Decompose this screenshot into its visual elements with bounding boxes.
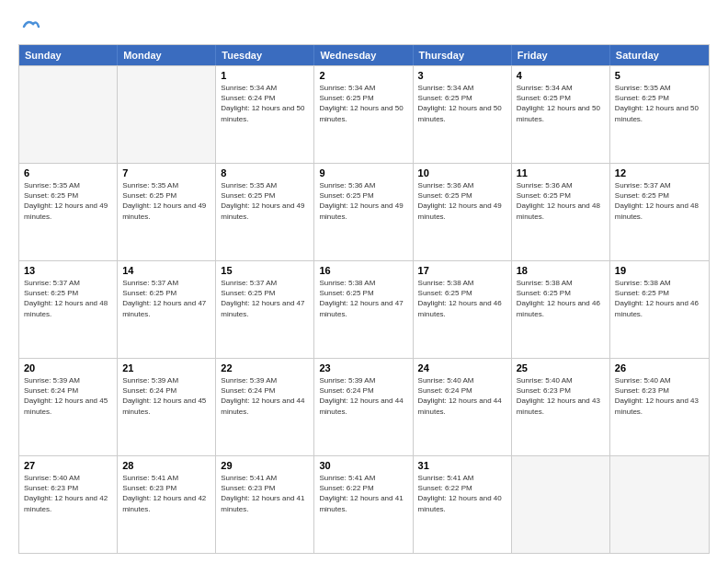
day-info: Sunrise: 5:39 AMSunset: 6:24 PMDaylight:… bbox=[122, 375, 210, 417]
day-info: Sunrise: 5:36 AMSunset: 6:25 PMDaylight:… bbox=[319, 180, 407, 222]
day-header-wednesday: Wednesday bbox=[314, 45, 413, 65]
calendar-cell: 19Sunrise: 5:38 AMSunset: 6:25 PMDayligh… bbox=[610, 261, 709, 358]
day-info: Sunrise: 5:41 AMSunset: 6:23 PMDaylight:… bbox=[122, 473, 210, 514]
calendar-cell bbox=[610, 456, 709, 553]
day-number: 9 bbox=[319, 167, 407, 178]
logo-icon bbox=[20, 17, 40, 37]
day-number: 16 bbox=[319, 265, 407, 276]
calendar-cell: 28Sunrise: 5:41 AMSunset: 6:23 PMDayligh… bbox=[118, 456, 216, 553]
calendar-week-4: 20Sunrise: 5:39 AMSunset: 6:24 PMDayligh… bbox=[19, 358, 709, 455]
calendar-cell: 2Sunrise: 5:34 AMSunset: 6:25 PMDaylight… bbox=[314, 66, 413, 163]
day-number: 25 bbox=[517, 362, 605, 373]
day-number: 28 bbox=[122, 460, 210, 471]
calendar-cell: 18Sunrise: 5:38 AMSunset: 6:25 PMDayligh… bbox=[512, 261, 610, 358]
day-header-saturday: Saturday bbox=[610, 45, 709, 65]
day-info: Sunrise: 5:39 AMSunset: 6:24 PMDaylight:… bbox=[24, 375, 112, 417]
calendar-body: 1Sunrise: 5:34 AMSunset: 6:24 PMDaylight… bbox=[19, 65, 709, 553]
calendar-week-3: 13Sunrise: 5:37 AMSunset: 6:25 PMDayligh… bbox=[19, 260, 709, 358]
day-number: 30 bbox=[319, 460, 407, 471]
calendar-cell bbox=[118, 66, 216, 163]
day-info: Sunrise: 5:38 AMSunset: 6:25 PMDaylight:… bbox=[418, 278, 506, 319]
calendar-cell: 21Sunrise: 5:39 AMSunset: 6:24 PMDayligh… bbox=[118, 359, 216, 455]
day-info: Sunrise: 5:34 AMSunset: 6:25 PMDaylight:… bbox=[319, 83, 407, 124]
day-info: Sunrise: 5:34 AMSunset: 6:25 PMDaylight:… bbox=[418, 83, 506, 124]
day-info: Sunrise: 5:40 AMSunset: 6:23 PMDaylight:… bbox=[24, 473, 112, 514]
day-info: Sunrise: 5:36 AMSunset: 6:25 PMDaylight:… bbox=[418, 180, 506, 222]
logo bbox=[18, 17, 40, 37]
calendar-header: SundayMondayTuesdayWednesdayThursdayFrid… bbox=[19, 45, 709, 65]
day-number: 17 bbox=[418, 265, 506, 276]
calendar-cell: 10Sunrise: 5:36 AMSunset: 6:25 PMDayligh… bbox=[414, 164, 512, 260]
day-header-monday: Monday bbox=[118, 45, 216, 65]
day-info: Sunrise: 5:35 AMSunset: 6:25 PMDaylight:… bbox=[221, 180, 309, 222]
day-info: Sunrise: 5:37 AMSunset: 6:25 PMDaylight:… bbox=[615, 180, 704, 222]
day-number: 26 bbox=[615, 362, 704, 373]
calendar-cell bbox=[19, 66, 118, 163]
day-number: 15 bbox=[221, 265, 309, 276]
calendar-cell: 4Sunrise: 5:34 AMSunset: 6:25 PMDaylight… bbox=[512, 66, 610, 163]
day-number: 12 bbox=[615, 167, 704, 178]
day-number: 24 bbox=[418, 362, 506, 373]
day-info: Sunrise: 5:38 AMSunset: 6:25 PMDaylight:… bbox=[517, 278, 605, 319]
day-info: Sunrise: 5:36 AMSunset: 6:25 PMDaylight:… bbox=[517, 180, 605, 222]
calendar-cell: 23Sunrise: 5:39 AMSunset: 6:24 PMDayligh… bbox=[314, 359, 413, 455]
calendar-cell: 16Sunrise: 5:38 AMSunset: 6:25 PMDayligh… bbox=[314, 261, 413, 358]
calendar-week-1: 1Sunrise: 5:34 AMSunset: 6:24 PMDaylight… bbox=[19, 65, 709, 163]
calendar-cell: 12Sunrise: 5:37 AMSunset: 6:25 PMDayligh… bbox=[610, 164, 709, 260]
day-info: Sunrise: 5:35 AMSunset: 6:25 PMDaylight:… bbox=[122, 180, 210, 222]
day-info: Sunrise: 5:35 AMSunset: 6:25 PMDaylight:… bbox=[615, 83, 704, 124]
calendar-cell: 25Sunrise: 5:40 AMSunset: 6:23 PMDayligh… bbox=[512, 359, 610, 455]
day-info: Sunrise: 5:37 AMSunset: 6:25 PMDaylight:… bbox=[221, 278, 309, 319]
calendar-cell: 5Sunrise: 5:35 AMSunset: 6:25 PMDaylight… bbox=[610, 66, 709, 163]
day-number: 5 bbox=[615, 70, 704, 81]
day-info: Sunrise: 5:41 AMSunset: 6:22 PMDaylight:… bbox=[319, 473, 407, 514]
calendar-cell: 22Sunrise: 5:39 AMSunset: 6:24 PMDayligh… bbox=[216, 359, 314, 455]
day-info: Sunrise: 5:34 AMSunset: 6:25 PMDaylight:… bbox=[517, 83, 605, 124]
day-number: 11 bbox=[517, 167, 605, 178]
day-number: 21 bbox=[122, 362, 210, 373]
day-number: 27 bbox=[24, 460, 112, 471]
day-number: 1 bbox=[221, 70, 309, 81]
page-header bbox=[18, 17, 710, 37]
day-number: 4 bbox=[517, 70, 605, 81]
calendar-cell: 24Sunrise: 5:40 AMSunset: 6:24 PMDayligh… bbox=[414, 359, 512, 455]
day-number: 13 bbox=[24, 265, 112, 276]
day-info: Sunrise: 5:40 AMSunset: 6:24 PMDaylight:… bbox=[418, 375, 506, 417]
day-number: 18 bbox=[517, 265, 605, 276]
day-number: 7 bbox=[122, 167, 210, 178]
calendar-cell: 15Sunrise: 5:37 AMSunset: 6:25 PMDayligh… bbox=[216, 261, 314, 358]
calendar-week-2: 6Sunrise: 5:35 AMSunset: 6:25 PMDaylight… bbox=[19, 163, 709, 260]
calendar-cell: 27Sunrise: 5:40 AMSunset: 6:23 PMDayligh… bbox=[19, 456, 118, 553]
calendar-cell: 9Sunrise: 5:36 AMSunset: 6:25 PMDaylight… bbox=[314, 164, 413, 260]
day-number: 23 bbox=[319, 362, 407, 373]
day-number: 2 bbox=[319, 70, 407, 81]
day-header-tuesday: Tuesday bbox=[216, 45, 314, 65]
day-info: Sunrise: 5:38 AMSunset: 6:25 PMDaylight:… bbox=[615, 278, 704, 319]
calendar-cell: 1Sunrise: 5:34 AMSunset: 6:24 PMDaylight… bbox=[216, 66, 314, 163]
calendar-cell: 17Sunrise: 5:38 AMSunset: 6:25 PMDayligh… bbox=[414, 261, 512, 358]
day-info: Sunrise: 5:40 AMSunset: 6:23 PMDaylight:… bbox=[615, 375, 704, 417]
calendar-cell: 11Sunrise: 5:36 AMSunset: 6:25 PMDayligh… bbox=[512, 164, 610, 260]
day-number: 22 bbox=[221, 362, 309, 373]
calendar-week-5: 27Sunrise: 5:40 AMSunset: 6:23 PMDayligh… bbox=[19, 455, 709, 553]
calendar-cell: 29Sunrise: 5:41 AMSunset: 6:23 PMDayligh… bbox=[216, 456, 314, 553]
calendar-cell: 26Sunrise: 5:40 AMSunset: 6:23 PMDayligh… bbox=[610, 359, 709, 455]
day-number: 31 bbox=[418, 460, 506, 471]
calendar-cell: 30Sunrise: 5:41 AMSunset: 6:22 PMDayligh… bbox=[314, 456, 413, 553]
calendar-cell: 14Sunrise: 5:37 AMSunset: 6:25 PMDayligh… bbox=[118, 261, 216, 358]
calendar-cell: 8Sunrise: 5:35 AMSunset: 6:25 PMDaylight… bbox=[216, 164, 314, 260]
day-info: Sunrise: 5:34 AMSunset: 6:24 PMDaylight:… bbox=[221, 83, 309, 124]
day-number: 8 bbox=[221, 167, 309, 178]
day-info: Sunrise: 5:41 AMSunset: 6:23 PMDaylight:… bbox=[221, 473, 309, 514]
day-number: 10 bbox=[418, 167, 506, 178]
day-number: 19 bbox=[615, 265, 704, 276]
day-number: 20 bbox=[24, 362, 112, 373]
day-info: Sunrise: 5:37 AMSunset: 6:25 PMDaylight:… bbox=[122, 278, 210, 319]
calendar-cell: 6Sunrise: 5:35 AMSunset: 6:25 PMDaylight… bbox=[19, 164, 118, 260]
day-info: Sunrise: 5:41 AMSunset: 6:22 PMDaylight:… bbox=[418, 473, 506, 514]
day-info: Sunrise: 5:40 AMSunset: 6:23 PMDaylight:… bbox=[517, 375, 605, 417]
day-number: 14 bbox=[122, 265, 210, 276]
calendar-cell: 20Sunrise: 5:39 AMSunset: 6:24 PMDayligh… bbox=[19, 359, 118, 455]
day-number: 29 bbox=[221, 460, 309, 471]
day-header-friday: Friday bbox=[512, 45, 610, 65]
